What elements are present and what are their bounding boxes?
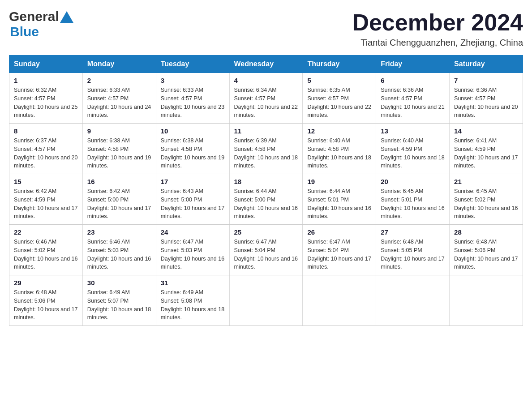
daylight-label: Daylight: 10 hours and 22 minutes. [307,104,371,119]
logo-blue-text: Blue [10,24,39,39]
table-row [376,275,450,326]
col-tuesday: Tuesday [156,56,229,73]
daylight-label: Daylight: 10 hours and 16 minutes. [234,256,298,270]
sunrise-label: Sunrise: 6:46 AM [14,239,56,245]
table-row: 28 Sunrise: 6:48 AM Sunset: 5:06 PM Dayl… [450,225,523,275]
sunset-label: Sunset: 5:08 PM [161,298,202,304]
day-info: Sunrise: 6:46 AM Sunset: 5:02 PM Dayligh… [14,238,78,271]
daylight-label: Daylight: 10 hours and 18 minutes. [381,154,444,169]
table-row: 13 Sunrise: 6:40 AM Sunset: 4:59 PM Dayl… [376,124,450,174]
sunrise-label: Sunrise: 6:42 AM [87,188,130,194]
table-row [229,275,303,326]
day-number: 9 [87,127,151,135]
calendar-week-row: 15 Sunrise: 6:42 AM Sunset: 4:59 PM Dayl… [9,174,523,225]
daylight-label: Daylight: 10 hours and 16 minutes. [87,256,151,270]
sunrise-label: Sunrise: 6:34 AM [234,87,277,93]
day-info: Sunrise: 6:39 AM Sunset: 4:58 PM Dayligh… [234,137,298,170]
daylight-label: Daylight: 10 hours and 17 minutes. [381,256,444,270]
sunrise-label: Sunrise: 6:47 AM [307,239,350,245]
table-row: 20 Sunrise: 6:45 AM Sunset: 5:01 PM Dayl… [376,174,450,225]
sunset-label: Sunset: 5:06 PM [454,247,495,253]
day-info: Sunrise: 6:45 AM Sunset: 5:02 PM Dayligh… [454,187,518,221]
table-row [450,275,523,326]
day-number: 13 [381,127,445,135]
sunset-label: Sunset: 5:01 PM [381,197,422,203]
sunrise-label: Sunrise: 6:42 AM [14,188,56,194]
sunrise-label: Sunrise: 6:49 AM [87,289,130,295]
col-monday: Monday [82,56,156,73]
calendar-week-row: 1 Sunrise: 6:32 AM Sunset: 4:57 PM Dayli… [9,73,523,124]
sunset-label: Sunset: 5:04 PM [234,247,275,253]
daylight-label: Daylight: 10 hours and 17 minutes. [14,306,77,321]
table-row: 8 Sunrise: 6:37 AM Sunset: 4:57 PM Dayli… [9,124,83,174]
table-row: 4 Sunrise: 6:34 AM Sunset: 4:57 PM Dayli… [229,73,303,124]
day-number: 21 [454,178,518,185]
day-info: Sunrise: 6:42 AM Sunset: 5:00 PM Dayligh… [87,187,151,221]
sunset-label: Sunset: 5:04 PM [307,247,348,253]
table-row: 25 Sunrise: 6:47 AM Sunset: 5:04 PM Dayl… [229,225,303,275]
table-row: 5 Sunrise: 6:35 AM Sunset: 4:57 PM Dayli… [303,73,376,124]
daylight-label: Daylight: 10 hours and 17 minutes. [14,205,77,220]
daylight-label: Daylight: 10 hours and 18 minutes. [307,154,371,169]
day-info: Sunrise: 6:33 AM Sunset: 4:57 PM Dayligh… [87,86,151,120]
table-row: 21 Sunrise: 6:45 AM Sunset: 5:02 PM Dayl… [450,174,523,225]
day-number: 3 [161,77,225,84]
sunset-label: Sunset: 4:57 PM [454,95,495,102]
day-number: 22 [14,228,78,236]
sunset-label: Sunset: 5:07 PM [87,298,129,304]
calendar-body: 1 Sunrise: 6:32 AM Sunset: 4:57 PM Dayli… [9,73,523,326]
day-info: Sunrise: 6:37 AM Sunset: 4:57 PM Dayligh… [14,137,78,170]
sunset-label: Sunset: 4:57 PM [161,95,202,102]
logo-triangle-icon [60,11,73,23]
calendar-week-row: 8 Sunrise: 6:37 AM Sunset: 4:57 PM Dayli… [9,124,523,174]
sunset-label: Sunset: 5:03 PM [161,247,202,253]
daylight-label: Daylight: 10 hours and 21 minutes. [381,104,444,119]
sunset-label: Sunset: 4:58 PM [307,146,348,152]
calendar-table: Sunday Monday Tuesday Wednesday Thursday… [9,55,523,326]
sunrise-label: Sunrise: 6:49 AM [161,289,203,295]
day-number: 16 [87,178,151,185]
sunrise-label: Sunrise: 6:35 AM [307,87,350,93]
col-friday: Friday [376,56,450,73]
daylight-label: Daylight: 10 hours and 16 minutes. [307,205,371,220]
day-info: Sunrise: 6:33 AM Sunset: 4:57 PM Dayligh… [161,86,225,120]
table-row: 24 Sunrise: 6:47 AM Sunset: 5:03 PM Dayl… [156,225,229,275]
sunset-label: Sunset: 5:06 PM [14,298,55,304]
sunset-label: Sunset: 4:57 PM [14,146,55,152]
sunrise-label: Sunrise: 6:40 AM [381,137,423,144]
day-info: Sunrise: 6:40 AM Sunset: 4:58 PM Dayligh… [307,137,371,170]
sunrise-label: Sunrise: 6:43 AM [161,188,203,194]
day-info: Sunrise: 6:40 AM Sunset: 4:59 PM Dayligh… [381,137,445,170]
day-number: 20 [381,178,445,185]
day-number: 30 [87,279,151,287]
day-info: Sunrise: 6:45 AM Sunset: 5:01 PM Dayligh… [381,187,445,221]
day-info: Sunrise: 6:38 AM Sunset: 4:58 PM Dayligh… [161,137,225,170]
day-number: 28 [454,228,518,236]
daylight-label: Daylight: 10 hours and 16 minutes. [381,205,444,220]
table-row [303,275,376,326]
day-number: 8 [14,127,78,135]
daylight-label: Daylight: 10 hours and 20 minutes. [454,104,518,119]
day-info: Sunrise: 6:48 AM Sunset: 5:05 PM Dayligh… [381,238,445,271]
day-info: Sunrise: 6:34 AM Sunset: 4:57 PM Dayligh… [234,86,298,120]
sunrise-label: Sunrise: 6:32 AM [14,87,56,93]
table-row: 2 Sunrise: 6:33 AM Sunset: 4:57 PM Dayli… [82,73,156,124]
daylight-label: Daylight: 10 hours and 20 minutes. [14,154,77,169]
table-row: 26 Sunrise: 6:47 AM Sunset: 5:04 PM Dayl… [303,225,376,275]
sunset-label: Sunset: 5:02 PM [454,197,495,203]
sunrise-label: Sunrise: 6:40 AM [307,137,350,144]
table-row: 7 Sunrise: 6:36 AM Sunset: 4:57 PM Dayli… [450,73,523,124]
sunrise-label: Sunrise: 6:46 AM [87,239,130,245]
svg-marker-0 [60,11,73,23]
sunrise-label: Sunrise: 6:47 AM [234,239,277,245]
col-saturday: Saturday [450,56,523,73]
day-info: Sunrise: 6:38 AM Sunset: 4:58 PM Dayligh… [87,137,151,170]
calendar-week-row: 29 Sunrise: 6:48 AM Sunset: 5:06 PM Dayl… [9,275,523,326]
daylight-label: Daylight: 10 hours and 19 minutes. [161,154,224,169]
calendar-week-row: 22 Sunrise: 6:46 AM Sunset: 5:02 PM Dayl… [9,225,523,275]
sunset-label: Sunset: 4:59 PM [454,146,495,152]
day-info: Sunrise: 6:46 AM Sunset: 5:03 PM Dayligh… [87,238,151,271]
day-info: Sunrise: 6:47 AM Sunset: 5:04 PM Dayligh… [307,238,371,271]
daylight-label: Daylight: 10 hours and 16 minutes. [161,256,224,270]
daylight-label: Daylight: 10 hours and 17 minutes. [161,205,224,220]
